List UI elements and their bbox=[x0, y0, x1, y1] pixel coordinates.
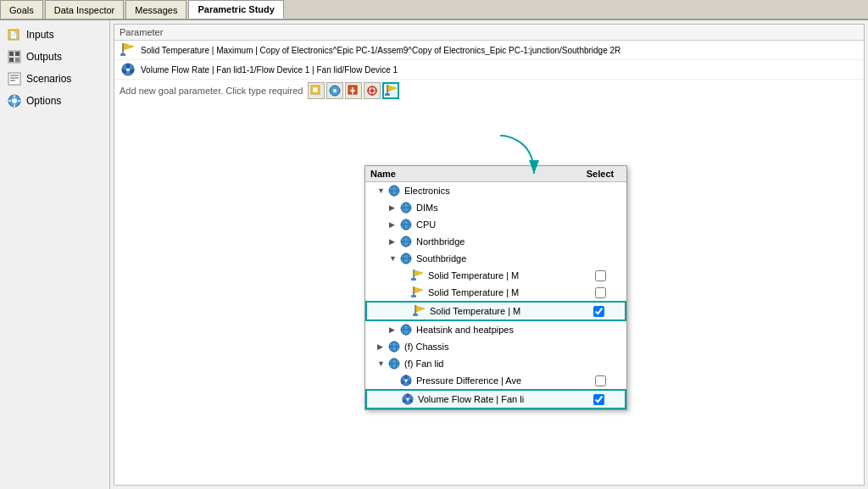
svg-rect-7 bbox=[8, 73, 20, 85]
tree-item-fan-lid[interactable]: ▼ (f) Fan lid bbox=[365, 355, 626, 372]
svg-rect-4 bbox=[15, 52, 19, 56]
tree-item-electronics[interactable]: ▼ Electronics bbox=[365, 182, 626, 199]
tree-item-southbridge[interactable]: ▼ Southbridge bbox=[365, 250, 626, 267]
pressure-diff-fan-icon bbox=[399, 374, 413, 387]
param-row-volume-flow: Volume Flow Rate | Fan lid1-1/Flow Devic… bbox=[114, 60, 864, 80]
expand-southbridge[interactable]: ▼ bbox=[389, 254, 398, 263]
svg-rect-5 bbox=[9, 58, 14, 62]
solid-temp-1-flag-icon bbox=[411, 269, 425, 282]
svg-rect-17 bbox=[122, 43, 124, 55]
dropdown-header: Name Select bbox=[365, 166, 626, 182]
expand-electronics[interactable]: ▼ bbox=[377, 186, 386, 195]
tab-bar: Goals Data Inspector Messages Parametric… bbox=[0, 0, 868, 20]
svg-point-37 bbox=[370, 89, 374, 92]
solid-temp-2-flag-icon bbox=[411, 286, 425, 299]
sidebar-item-scenarios[interactable]: Scenarios bbox=[0, 68, 109, 90]
add-parameter-row: Add new goal parameter. Click type requi… bbox=[114, 80, 864, 102]
electronics-globe-icon bbox=[387, 184, 401, 197]
col-name-header: Name bbox=[370, 169, 579, 179]
svg-rect-40 bbox=[385, 93, 390, 96]
svg-rect-62 bbox=[411, 295, 416, 297]
param-type-btn-2[interactable] bbox=[326, 82, 343, 99]
sidebar-item-outputs[interactable]: Outputs bbox=[0, 46, 109, 68]
tree-item-pressure-diff[interactable]: ▶ Pressure Difference | Ave bbox=[365, 372, 626, 389]
dims-globe-icon bbox=[399, 201, 413, 214]
svg-text:📄: 📄 bbox=[9, 31, 18, 39]
expand-chassis[interactable]: ▶ bbox=[377, 342, 386, 351]
solid-temp-3-checkbox[interactable] bbox=[593, 306, 604, 317]
svg-rect-19 bbox=[120, 53, 125, 56]
sidebar-item-inputs[interactable]: 📄 Inputs bbox=[0, 24, 109, 46]
svg-rect-59 bbox=[411, 278, 416, 281]
expand-heatsink[interactable]: ▶ bbox=[389, 325, 398, 334]
options-icon bbox=[7, 93, 22, 108]
expand-cpu[interactable]: ▶ bbox=[389, 220, 398, 229]
svg-marker-18 bbox=[124, 43, 134, 50]
tree-item-northbridge[interactable]: ▶ Northbridge bbox=[365, 233, 626, 250]
northbridge-globe-icon bbox=[399, 235, 413, 248]
param-type-btn-4[interactable] bbox=[364, 82, 381, 99]
flag-type-btn[interactable] bbox=[382, 82, 399, 99]
tree-item-solid-temp-1[interactable]: ▶ Solid Temperature | M bbox=[365, 267, 626, 284]
main-container: Goals Data Inspector Messages Parametric… bbox=[0, 0, 868, 489]
expand-northbridge[interactable]: ▶ bbox=[389, 237, 398, 246]
inputs-icon: 📄 bbox=[7, 27, 22, 42]
svg-rect-65 bbox=[413, 314, 418, 316]
southbridge-globe-icon bbox=[399, 252, 413, 265]
svg-point-77 bbox=[405, 375, 408, 380]
heatsink-globe-icon bbox=[399, 323, 413, 336]
svg-rect-3 bbox=[9, 52, 14, 56]
tab-goals[interactable]: Goals bbox=[0, 0, 43, 19]
volume-flow-checkbox[interactable] bbox=[593, 394, 604, 405]
svg-marker-61 bbox=[415, 287, 423, 293]
param-type-btn-3[interactable] bbox=[345, 82, 362, 99]
tree-item-cpu[interactable]: ▶ CPU bbox=[365, 216, 626, 233]
tab-data-inspector[interactable]: Data Inspector bbox=[45, 0, 125, 19]
cpu-globe-icon bbox=[399, 218, 413, 231]
sidebar-item-options[interactable]: Options bbox=[0, 90, 109, 112]
volume-flow-fan-icon bbox=[401, 392, 415, 406]
dropdown-panel: Name Select ▼ Electronics ▶ bbox=[364, 165, 627, 410]
tree-item-volume-flow[interactable]: ▶ Volume Flow Rate | Fan li bbox=[365, 389, 626, 409]
tree-item-solid-temp-2[interactable]: ▶ Solid Temperature | M bbox=[365, 284, 626, 301]
tree-item-heatsink[interactable]: ▶ Heatsink and heatpipes bbox=[365, 321, 626, 338]
svg-marker-64 bbox=[416, 306, 425, 312]
svg-rect-6 bbox=[15, 58, 19, 62]
svg-point-12 bbox=[12, 98, 17, 103]
svg-point-28 bbox=[333, 89, 337, 92]
svg-point-22 bbox=[126, 64, 130, 69]
expand-fan-lid[interactable]: ▼ bbox=[377, 359, 386, 368]
chassis-globe-icon bbox=[387, 340, 401, 353]
sidebar: 📄 Inputs Outputs bbox=[0, 20, 110, 489]
tab-messages[interactable]: Messages bbox=[125, 0, 186, 19]
tree-item-chassis[interactable]: ▶ (f) Chassis bbox=[365, 338, 626, 355]
tree-item-solid-temp-3[interactable]: ▶ Solid Temperature | M bbox=[365, 301, 626, 321]
tree-item-dims[interactable]: ▶ DIMs bbox=[365, 199, 626, 216]
svg-marker-58 bbox=[415, 270, 423, 276]
solid-temp-3-flag-icon bbox=[413, 304, 426, 318]
svg-point-82 bbox=[407, 393, 409, 398]
col-select-header: Select bbox=[579, 169, 621, 179]
solid-temp-1-checkbox[interactable] bbox=[595, 270, 606, 281]
scenarios-icon bbox=[7, 71, 22, 86]
expand-dims[interactable]: ▶ bbox=[389, 203, 398, 212]
solid-temp-flag-icon bbox=[120, 43, 136, 57]
panel-header: Parameter bbox=[114, 25, 864, 41]
param-type-btn-1[interactable] bbox=[308, 82, 325, 99]
pressure-diff-checkbox[interactable] bbox=[595, 375, 606, 386]
param-row-solid-temp: Solid Temperature | Maximum | Copy of El… bbox=[114, 41, 864, 60]
fan-lid-globe-icon bbox=[387, 357, 401, 370]
outputs-icon bbox=[7, 49, 22, 64]
svg-rect-26 bbox=[313, 87, 318, 92]
solid-temp-2-checkbox[interactable] bbox=[595, 287, 606, 298]
volume-flow-fan-icon bbox=[120, 63, 136, 76]
tab-parametric-study[interactable]: Parametric Study bbox=[188, 0, 283, 19]
svg-marker-39 bbox=[388, 86, 397, 92]
toolbar-icons bbox=[308, 82, 399, 99]
